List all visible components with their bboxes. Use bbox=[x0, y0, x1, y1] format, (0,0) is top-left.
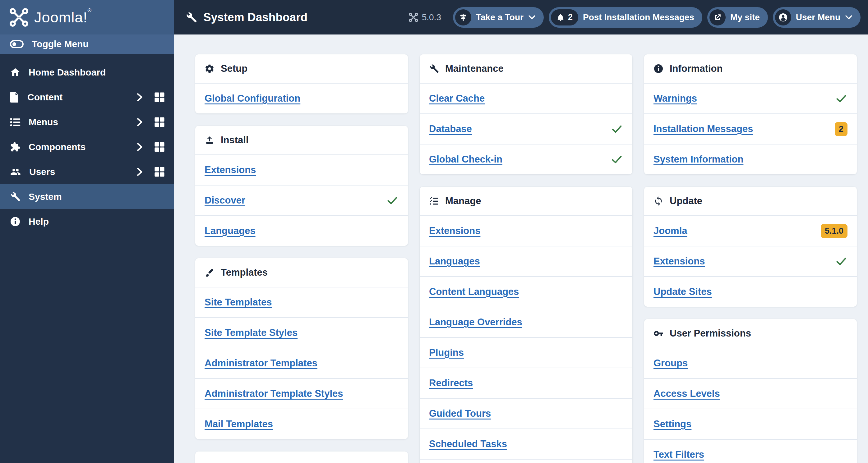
sidebar-item-system[interactable]: System bbox=[0, 184, 174, 209]
link-manage-languages[interactable]: Languages bbox=[429, 256, 480, 267]
link-global-check-in[interactable]: Global Check-in bbox=[429, 154, 502, 165]
card-title: User Permissions bbox=[670, 328, 751, 339]
card-row: Discover bbox=[195, 185, 408, 216]
grid-icon[interactable] bbox=[154, 92, 165, 103]
check-icon bbox=[611, 153, 623, 166]
chevron-down-icon bbox=[845, 14, 852, 20]
card-row: Extensions bbox=[195, 155, 408, 185]
link-joomla-update[interactable]: Joomla bbox=[653, 225, 687, 236]
link-update-extensions[interactable]: Extensions bbox=[653, 256, 705, 267]
check-icon bbox=[835, 92, 847, 105]
puzzle-icon bbox=[10, 142, 21, 152]
link-administrator-template-styles[interactable]: Administrator Template Styles bbox=[205, 388, 343, 399]
sidebar: Joomla!® Toggle Menu Home Dashboard Cont… bbox=[0, 0, 174, 463]
user-circle-icon bbox=[775, 9, 791, 26]
link-update-sites[interactable]: Update Sites bbox=[653, 286, 712, 297]
card-row: Warnings bbox=[644, 83, 857, 113]
card-row: Groups bbox=[644, 348, 857, 378]
sidebar-item-users[interactable]: Users bbox=[0, 159, 174, 184]
link-extensions[interactable]: Extensions bbox=[205, 164, 256, 175]
logo-text: Joomla!® bbox=[34, 9, 92, 26]
link-plugins[interactable]: Plugins bbox=[429, 347, 464, 358]
messages-label: Post Installation Messages bbox=[583, 12, 694, 22]
link-clear-cache[interactable]: Clear Cache bbox=[429, 93, 485, 104]
card-information-header: Information bbox=[644, 54, 857, 83]
chevron-right-icon[interactable] bbox=[136, 92, 144, 102]
joomla-logo: Joomla!® bbox=[0, 0, 174, 34]
info-circle-icon bbox=[653, 64, 663, 74]
sidebar-item-home-dashboard[interactable]: Home Dashboard bbox=[0, 60, 174, 85]
card-update-header: Update bbox=[644, 187, 857, 216]
grid-icon[interactable] bbox=[154, 167, 165, 177]
joomla-version: 5.0.3 bbox=[409, 12, 441, 22]
link-text-filters[interactable]: Text Filters bbox=[653, 449, 704, 460]
link-installation-messages[interactable]: Installation Messages bbox=[653, 123, 753, 135]
card-row: Plugins bbox=[420, 337, 632, 368]
dashboard-content: Setup Global Configuration Install Exten… bbox=[174, 34, 868, 463]
wrench-icon bbox=[185, 11, 197, 23]
upload-icon bbox=[205, 135, 215, 145]
link-administrator-templates[interactable]: Administrator Templates bbox=[205, 358, 317, 369]
user-menu-button[interactable]: User Menu bbox=[773, 7, 861, 28]
grid-icon[interactable] bbox=[154, 142, 165, 152]
toggle-menu-label: Toggle Menu bbox=[32, 39, 89, 49]
card-title: Setup bbox=[221, 63, 247, 74]
grid-icon[interactable] bbox=[154, 117, 165, 127]
link-content-languages[interactable]: Content Languages bbox=[429, 286, 519, 297]
card-row: Administrator Templates bbox=[195, 348, 408, 378]
link-site-template-styles[interactable]: Site Template Styles bbox=[205, 327, 298, 338]
signpost-icon bbox=[455, 9, 471, 26]
sidebar-item-components[interactable]: Components bbox=[0, 135, 174, 159]
toggle-menu-button[interactable]: Toggle Menu bbox=[0, 34, 174, 54]
link-guided-tours[interactable]: Guided Tours bbox=[429, 408, 491, 419]
chevron-right-icon[interactable] bbox=[136, 167, 144, 177]
card-row: Joomla 5.1.0 bbox=[644, 216, 857, 246]
card-maintenance-header: Maintenance bbox=[420, 54, 632, 83]
link-site-templates[interactable]: Site Templates bbox=[205, 297, 272, 308]
card-row: Language Overrides bbox=[420, 307, 632, 337]
link-manage-extensions[interactable]: Extensions bbox=[429, 225, 480, 236]
messages-count-group: 2 bbox=[551, 9, 578, 26]
card-row: Text Filters bbox=[644, 439, 857, 463]
link-warnings[interactable]: Warnings bbox=[653, 93, 697, 104]
chevron-down-icon bbox=[528, 14, 536, 20]
post-installation-messages-button[interactable]: 2 Post Installation Messages bbox=[549, 7, 702, 28]
link-system-information[interactable]: System Information bbox=[653, 154, 743, 165]
check-icon bbox=[835, 255, 847, 268]
sidebar-item-menus[interactable]: Menus bbox=[0, 110, 174, 135]
card-user-permissions: User Permissions Groups Access Levels Se… bbox=[644, 319, 857, 463]
toggle-icon bbox=[10, 39, 24, 49]
card-install-header: Install bbox=[195, 126, 408, 155]
card-row: Global Configuration bbox=[195, 83, 408, 113]
link-settings[interactable]: Settings bbox=[653, 419, 691, 430]
home-icon bbox=[10, 67, 21, 78]
sidebar-item-help[interactable]: Help bbox=[0, 209, 174, 234]
link-scheduled-tasks[interactable]: Scheduled Tasks bbox=[429, 438, 507, 450]
link-database[interactable]: Database bbox=[429, 123, 472, 135]
header-bar: System Dashboard 5.0.3 Take a Tour bbox=[174, 0, 868, 34]
take-a-tour-label: Take a Tour bbox=[476, 12, 524, 22]
card-row: Installation Messages 2 bbox=[644, 113, 857, 144]
card-maintenance: Maintenance Clear Cache Database Global … bbox=[420, 54, 632, 174]
sidebar-item-content[interactable]: Content bbox=[0, 85, 174, 110]
link-mail-templates[interactable]: Mail Templates bbox=[205, 419, 273, 430]
card-row: Languages bbox=[195, 216, 408, 246]
link-discover[interactable]: Discover bbox=[205, 195, 245, 206]
card-title: Information bbox=[670, 63, 723, 74]
messages-count: 2 bbox=[568, 12, 572, 22]
take-a-tour-button[interactable]: Take a Tour bbox=[453, 7, 544, 28]
chevron-right-icon[interactable] bbox=[136, 117, 144, 127]
my-site-button[interactable]: My site bbox=[707, 7, 768, 28]
link-global-configuration[interactable]: Global Configuration bbox=[205, 93, 300, 104]
link-access-levels[interactable]: Access Levels bbox=[653, 388, 720, 399]
sidebar-menu: Home Dashboard Content Menus bbox=[0, 54, 174, 234]
card-row: Guided Tours bbox=[420, 398, 632, 429]
link-languages[interactable]: Languages bbox=[205, 225, 255, 236]
check-icon bbox=[611, 123, 623, 135]
link-groups[interactable]: Groups bbox=[653, 358, 688, 369]
link-redirects[interactable]: Redirects bbox=[429, 377, 473, 389]
link-language-overrides[interactable]: Language Overrides bbox=[429, 317, 522, 328]
chevron-right-icon[interactable] bbox=[136, 142, 144, 152]
card-manage: Manage Extensions Languages Content Lang… bbox=[420, 187, 632, 463]
card-row: Redirects bbox=[420, 368, 632, 398]
